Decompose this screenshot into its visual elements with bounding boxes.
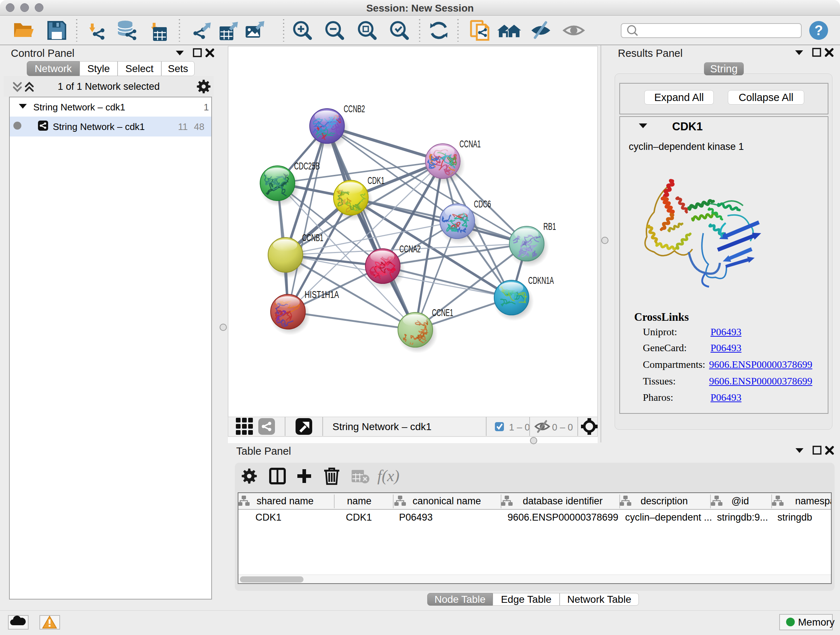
svg-text:HIST1H1A: HIST1H1A <box>305 289 339 300</box>
svg-text:CDKN1A: CDKN1A <box>528 275 554 286</box>
svg-text:CDC25B: CDC25B <box>294 160 320 172</box>
svg-text:CCNB1: CCNB1 <box>302 232 324 243</box>
svg-text:RB1: RB1 <box>543 221 556 232</box>
svg-text:CDK1: CDK1 <box>368 175 385 186</box>
svg-text:CDC6: CDC6 <box>474 198 491 210</box>
svg-text:CCNE1: CCNE1 <box>432 307 453 318</box>
svg-text:CCNB2: CCNB2 <box>344 103 365 114</box>
svg-text:CCNA2: CCNA2 <box>399 243 421 255</box>
svg-text:CCNA1: CCNA1 <box>459 138 481 149</box>
